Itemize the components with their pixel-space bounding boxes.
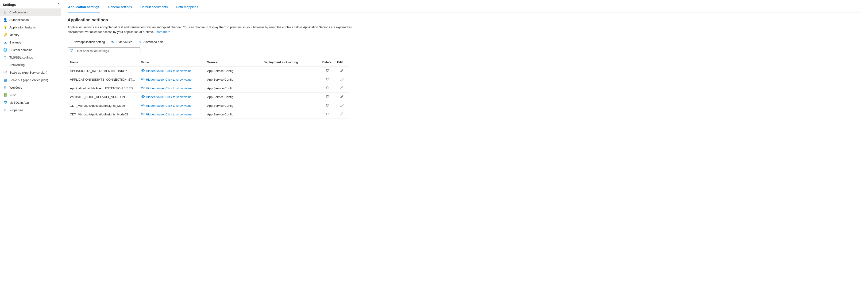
sidebar-item-label: Application Insights [9,26,36,29]
setting-slot [261,110,320,119]
sidebar-item-scale-out-app-service-plan-[interactable]: ▤Scale out (App Service plan) [0,76,61,84]
show-value-link[interactable]: Hidden value. Click to show value [141,86,192,90]
collapse-icon[interactable]: ▲ [57,2,59,4]
table-row: ApplicationInsightsAgent_EXTENSION_VERSI… [68,84,349,93]
edit-cell [335,84,349,93]
sidebar-item-label: Configuration [9,10,28,14]
table-row: APPINSIGHTS_INSTRUMENTATIONKEYHidden val… [68,66,349,75]
setting-name[interactable]: ApplicationInsightsAgent_EXTENSION_VERSI… [68,84,139,93]
sidebar-item-label: MySQL In App [9,101,29,104]
sidebar-item-label: Scale out (App Service plan) [9,78,48,82]
setting-value: Hidden value. Click to show value [139,75,205,84]
edit-cell [335,101,349,110]
edit-cell [335,93,349,101]
sidebar-item-label: Custom domains [9,48,32,52]
new-application-setting-button[interactable]: ＋ New application setting [68,39,105,45]
filter-box[interactable] [68,48,141,54]
setting-slot [261,93,320,101]
col-header-name[interactable]: Name [68,59,139,66]
setting-source: App Service Config [205,75,261,84]
learn-more-link[interactable]: Learn more [155,30,170,34]
delete-button[interactable] [322,112,333,116]
sidebar-item-application-insights[interactable]: 💡Application Insights [0,24,61,31]
setting-value: Hidden value. Click to show value [139,110,205,119]
edit-button[interactable] [337,95,347,98]
plus-icon: ＋ [68,40,72,44]
hide-values-button[interactable]: 👁 Hide values [111,39,133,45]
setting-source: App Service Config [205,110,261,119]
setting-name[interactable]: WEBSITE_NODE_DEFAULT_VERSION [68,93,139,101]
setting-slot [261,84,320,93]
delete-button[interactable] [322,86,333,90]
setting-name[interactable]: APPLICATIONINSIGHTS_CONNECTION_STRING [68,75,139,84]
sidebar-item-tls-ssl-settings[interactable]: 🛡TLS/SSL settings [0,54,61,61]
eye-icon [141,86,145,90]
delete-button[interactable] [322,69,333,72]
setting-value: Hidden value. Click to show value [139,66,205,75]
eye-hide-icon: 👁 [111,40,115,44]
setting-name[interactable]: APPINSIGHTS_INSTRUMENTATIONKEY [68,66,139,75]
show-value-link[interactable]: Hidden value. Click to show value [141,95,192,99]
sidebar-item-authentication[interactable]: 👤Authentication [0,16,61,24]
setting-slot [261,66,320,75]
sidebar-icon: 🛡 [3,55,7,59]
sidebar-item-webjobs[interactable]: ⚙WebJobs [0,84,61,91]
delete-cell [320,110,335,119]
tab-path-mappings[interactable]: Path mappings [176,3,198,12]
delete-button[interactable] [322,104,333,107]
edit-button[interactable] [337,77,347,81]
sidebar-item-mysql-in-app[interactable]: 🐬MySQL In App [0,99,61,106]
edit-button[interactable] [337,112,347,116]
sidebar-item-label: TLS/SSL settings [9,56,33,59]
sidebar-item-identity[interactable]: 🔑Identity [0,31,61,38]
sidebar-item-backups[interactable]: ☁Backups [0,38,61,46]
tabs: Application settingsGeneral settingsDefa… [68,3,861,12]
sidebar-item-scale-up-app-service-plan-[interactable]: 📈Scale up (App Service plan) [0,69,61,76]
sidebar-icon: ⚙ [3,86,7,89]
eye-icon [141,112,145,116]
table-row: XDT_MicrosoftApplicationInsights_ModeHid… [68,101,349,110]
table-row: XDT_MicrosoftApplicationInsights_NodeJSH… [68,110,349,119]
show-value-link[interactable]: Hidden value. Click to show value [141,104,192,108]
section-description: Application settings are encrypted at re… [68,25,354,34]
sidebar-item-configuration[interactable]: ⫼Configuration [0,8,61,16]
sidebar-item-push[interactable]: 📗Push [0,91,61,99]
eye-icon [141,95,145,99]
sidebar-item-networking[interactable]: ↔Networking [0,61,61,69]
col-header-value[interactable]: Value [139,59,205,66]
delete-cell [320,84,335,93]
sidebar-icon: 🌐 [3,48,7,52]
eye-icon [141,104,145,108]
eye-icon [141,77,145,82]
sidebar-item-custom-domains[interactable]: 🌐Custom domains [0,46,61,54]
show-value-link[interactable]: Hidden value. Click to show value [141,69,192,73]
delete-cell [320,75,335,84]
tab-default-documents[interactable]: Default documents [140,3,168,12]
filter-input[interactable] [75,49,138,53]
col-header-edit: Edit [335,59,349,66]
sidebar-icon: 🔑 [3,33,7,37]
setting-value: Hidden value. Click to show value [139,84,205,93]
tab-application-settings[interactable]: Application settings [68,3,100,12]
edit-button[interactable] [337,104,347,107]
sidebar-item-label: Properties [9,108,23,112]
sidebar-item-properties[interactable]: ⫼Properties [0,106,61,114]
tab-general-settings[interactable]: General settings [107,3,132,12]
setting-name[interactable]: XDT_MicrosoftApplicationInsights_NodeJS [68,110,139,119]
edit-cell [335,110,349,119]
delete-button[interactable] [322,77,333,81]
svg-point-4 [142,105,143,106]
setting-name[interactable]: XDT_MicrosoftApplicationInsights_Mode [68,101,139,110]
advanced-edit-button[interactable]: ✎ Advanced edit [138,39,163,45]
sidebar-icon: ☁ [3,40,7,44]
edit-button[interactable] [337,69,347,72]
show-value-link[interactable]: Hidden value. Click to show value [141,112,192,116]
show-value-link[interactable]: Hidden value. Click to show value [141,77,192,82]
col-header-slot[interactable]: Deployment slot setting [261,59,320,66]
sidebar-item-label: Scale up (App Service plan) [9,71,47,74]
sidebar-icon: 📗 [3,93,7,97]
setting-source: App Service Config [205,84,261,93]
col-header-source[interactable]: Source [205,59,261,66]
edit-button[interactable] [337,86,347,90]
delete-button[interactable] [322,95,333,98]
